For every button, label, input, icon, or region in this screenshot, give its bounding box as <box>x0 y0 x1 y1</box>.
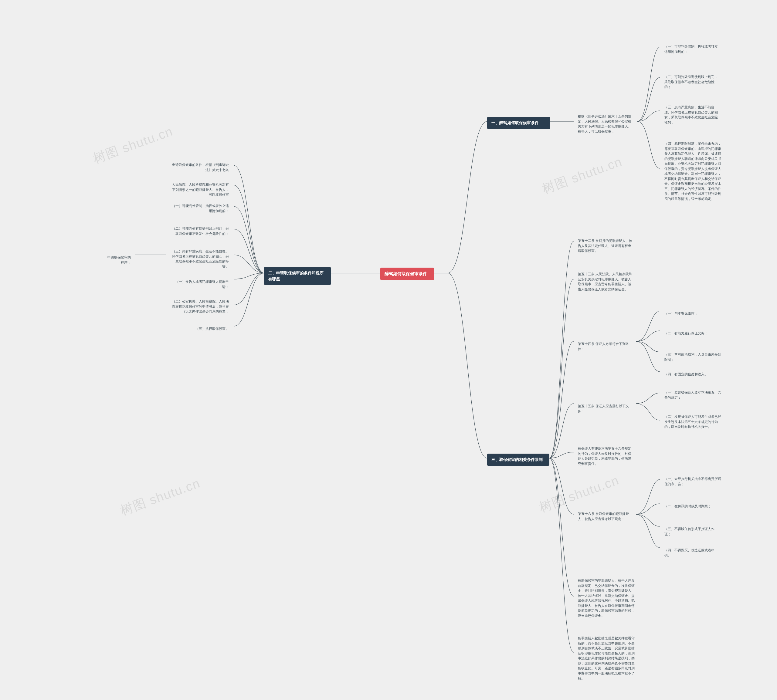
b3-a54-1[interactable]: （二）有能力履行保证义务； <box>660 328 724 339</box>
b1-item-1[interactable]: （二）可能判处有期徒刑以上刑罚，采取取保候审不致发生社会危险性的； <box>660 71 724 93</box>
b2-sublabel[interactable]: 申请取保候审的程序： <box>100 252 135 268</box>
root-node[interactable]: 醉驾如何取保候审条件 <box>380 268 434 280</box>
b2-item-1[interactable]: 人民法院、人民检察院和公安机关对有下列情形之一的犯罪嫌疑人、被告人，可以取保候审 <box>166 179 233 200</box>
branch-1[interactable]: 一、醉驾如何取保候审条件 <box>487 117 550 129</box>
b2-item-0[interactable]: 申请取保候审的条件，根据《刑事诉讼法》第六十七条 <box>166 159 233 175</box>
b3-a55-head[interactable]: 第五十五条 保证人应当履行以下义务： <box>574 400 636 417</box>
b2-item-4[interactable]: （三）患有严重疾病、生活不能自理、怀孕或者正在哺乳自己婴儿的妇女，采取取保候审不… <box>166 246 233 272</box>
b2-item-2[interactable]: （一）可能判处管制、拘役或者独立适用附加刑的； <box>166 200 233 216</box>
branch-3[interactable]: 三、取保候审的相关条件限制 <box>487 453 549 466</box>
b3-a55-tail[interactable]: 被保证人有违反本法第五十六条规定的行为，保证人未及时报告的，对保证人处以罚款，构… <box>574 443 637 469</box>
b2-item-7[interactable]: （三）执行取保候审。 <box>166 323 233 334</box>
b3-a54-2[interactable]: （三）享有政治权利，人身自由未受到限制； <box>660 349 727 365</box>
b3-tail[interactable]: 犯罪嫌疑人被批捕之后是被关押在看守所的，而不是到监狱当中去服刑。不是服刑自然就谈… <box>574 633 640 684</box>
b1-intro[interactable]: 根据《刑事诉讼法》第六十五条的规定：人民法院、人民检察院和公安机关对有下列情形之… <box>574 111 637 137</box>
b3-a52[interactable]: 第五十二条 被羁押的犯罪嫌疑人、被告人及其法定代理人、近亲属有权申请取保候审。 <box>574 235 637 257</box>
b2-item-6[interactable]: （二）公安机关、人民检察院、人民法院在接到取保候审的申请书后，应当在7天之内作出… <box>166 296 233 317</box>
b3-a56-0[interactable]: （一）未经执行机关批准不得离开所居住的市、县； <box>660 473 727 490</box>
b2-item-3[interactable]: （二）可能判处有期徒刑以上刑罚，采取取保候审不致发生社会危险性的； <box>166 223 233 239</box>
b3-a53[interactable]: 第五十三条 人民法院、人民检察院和公安机关决定对犯罪嫌疑人、被告人取保候审，应当… <box>574 268 637 295</box>
watermark: 树图 shutu.cn <box>91 123 175 167</box>
b3-a56-tail[interactable]: 被取保候审的犯罪嫌疑人、被告人违反前款规定，已交纳保证金的，没收保证金，并且区别… <box>574 575 640 621</box>
b3-a55-1[interactable]: （二）发现被保证人可能发生或者已经发生违反本法第五十六条规定的行为的，应当及时向… <box>660 411 727 432</box>
b3-a54-3[interactable]: （四）有固定的住处和收入。 <box>660 369 724 380</box>
b2-item-5[interactable]: （一）被告人或者犯罪嫌疑人提出申请； <box>166 276 233 292</box>
watermark: 树图 shutu.cn <box>540 153 625 198</box>
b1-item-2[interactable]: （三）患有严重疾病、生活不能自理、怀孕或者正在哺乳自己婴儿的妇女，采取取保候审不… <box>660 102 724 128</box>
b3-a56-3[interactable]: （四）不得毁灭、伪造证据或者串供。 <box>660 545 724 561</box>
b3-a56-head[interactable]: 第五十六条 被取保候审的犯罪嫌疑人、被告人应当遵守以下规定： <box>574 508 636 524</box>
branch-2[interactable]: 二、申请取保候审的条件和程序有哪些 <box>264 267 331 285</box>
b3-a54-0[interactable]: （一）与本案无牵连； <box>660 308 724 319</box>
b3-a55-0[interactable]: （一）监督被保证人遵守本法第五十六条的规定； <box>660 387 727 403</box>
mindmap-canvas: 树图 shutu.cn 树图 shutu.cn 树图 shutu.cn 树图 s… <box>0 0 777 700</box>
watermark: 树图 shutu.cn <box>118 475 203 519</box>
b3-a56-1[interactable]: （二）在传讯的时候及时到案； <box>660 501 724 512</box>
b1-item-3[interactable]: （四）羁押期限届满，案件尚未办结，需要采取取保候审的。由羁押的犯罪嫌疑人及其法定… <box>660 138 727 204</box>
b3-a54-head[interactable]: 第五十四条 保证人必须符合下列条件： <box>574 338 636 354</box>
b1-item-0[interactable]: （一）可能判处管制、拘役或者独立适用附加刑的； <box>660 41 724 57</box>
b3-a56-2[interactable]: （三）不得以任何形式干扰证人作证； <box>660 523 724 540</box>
